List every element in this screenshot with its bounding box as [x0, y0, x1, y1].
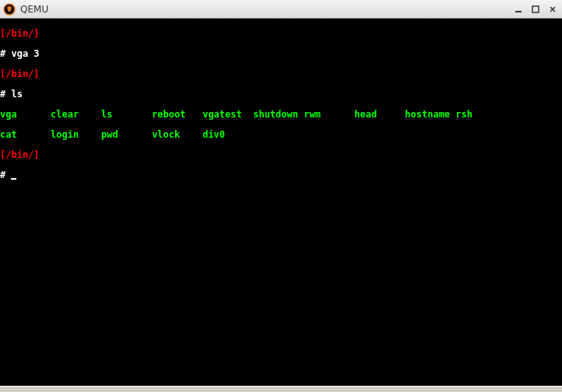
terminal-viewport[interactable]: [/bin/] # vga 3 [/bin/] # ls vga clear l… [0, 19, 562, 386]
ls-item: hostname [405, 109, 450, 120]
ls-item: vga [0, 109, 17, 120]
prompt-path: [/bin/] [0, 28, 40, 39]
cursor [11, 178, 16, 180]
ls-item: vlock [152, 129, 180, 140]
ls-item: head [354, 109, 377, 120]
app-icon [3, 3, 16, 16]
ls-item: vgatest [202, 109, 242, 120]
maximize-button[interactable] [529, 3, 542, 16]
ls-item: rwm [304, 109, 321, 120]
prompt-path: [/bin/] [0, 68, 40, 79]
ls-item: login [51, 129, 79, 140]
ls-item: rsh [455, 109, 472, 120]
ls-item: shutdown [253, 109, 298, 120]
svg-rect-1 [515, 11, 522, 12]
window-title: QEMU [20, 4, 512, 15]
ls-item: div0 [202, 129, 225, 140]
ls-item: pwd [101, 129, 118, 140]
ls-item: ls [101, 109, 112, 120]
minimize-button[interactable] [512, 3, 525, 16]
ls-item: clear [51, 109, 79, 120]
statusbar [0, 386, 562, 392]
command-ls: ls [11, 89, 22, 100]
close-button[interactable] [546, 3, 559, 16]
window-titlebar: QEMU [0, 0, 562, 19]
ls-item: cat [0, 129, 17, 140]
command-vga: vga 3 [11, 48, 39, 59]
prompt-path: [/bin/] [0, 149, 40, 160]
ls-output-row: cat login pwd vlock div0 [0, 130, 562, 140]
ls-item: reboot [152, 109, 185, 120]
svg-rect-2 [532, 6, 539, 12]
window-controls [512, 3, 559, 16]
ls-output-row: vga clear ls reboot vgatest shutdown rwm… [0, 110, 562, 120]
